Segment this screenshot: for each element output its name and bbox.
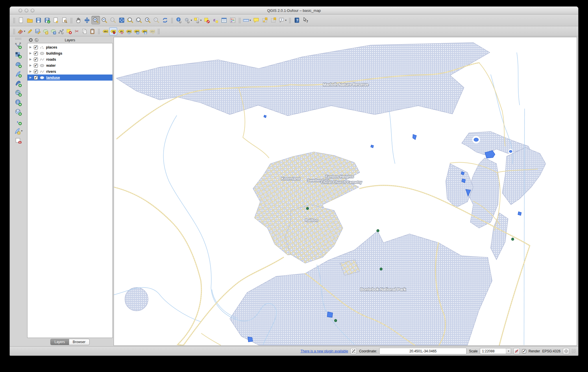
zoom-next[interactable] [152, 16, 161, 25]
layer-row-roads[interactable]: ▶✓roads [27, 56, 112, 62]
stop-render-button[interactable] [513, 348, 520, 354]
layer-row-water[interactable]: ▶✓water [27, 62, 112, 68]
render-checkbox[interactable]: ✓ [522, 349, 526, 353]
zoom-to-selection[interactable] [126, 16, 135, 25]
text-annotation[interactable]: T▼ [278, 16, 287, 25]
plugin-button[interactable] [350, 348, 357, 354]
layer-labeling-options[interactable]: abc [101, 27, 109, 35]
zoom-out[interactable] [100, 16, 109, 25]
minimize-button[interactable] [25, 9, 28, 12]
add-feature[interactable] [42, 27, 49, 35]
identify-features[interactable]: i [175, 16, 183, 25]
add-wfs-layer[interactable] [13, 107, 23, 117]
open-project[interactable] [25, 16, 34, 25]
map-canvas[interactable]: Marloth Nature ReserveKoornlandSwellenda… [114, 37, 577, 346]
zoom-actual-size[interactable]: 1:1 [109, 16, 117, 25]
paste-features[interactable] [88, 27, 96, 35]
layer-row-landuse[interactable]: ▶✓landuse [27, 75, 112, 81]
move-label[interactable]: abc [133, 27, 140, 35]
zoom-window-button[interactable] [31, 9, 34, 12]
add-wcs-layer[interactable] [13, 98, 23, 107]
new-plugin-link[interactable]: There is a new plugin available [300, 349, 348, 353]
layer-checkbox[interactable]: ✓ [34, 70, 38, 74]
pan-map[interactable] [74, 16, 83, 25]
expand-arrow-icon[interactable]: ▶ [29, 52, 32, 55]
new-spatialite-layer[interactable]: ▼ [13, 126, 23, 136]
node-tool[interactable] [57, 27, 65, 35]
expand-arrow-icon[interactable]: ▶ [29, 70, 32, 73]
layer-checkbox[interactable]: ✓ [34, 76, 38, 80]
change-label[interactable]: abc [148, 27, 156, 35]
add-delimited-text-layer[interactable]: , [13, 117, 23, 126]
delete-selected[interactable] [65, 27, 73, 35]
select-features[interactable]: ▼ [193, 16, 202, 25]
zoom-full-extent[interactable] [117, 16, 126, 25]
expand-arrow-icon[interactable]: ▶ [29, 58, 32, 61]
scale-combobox[interactable]: 1:22088 ▼ [480, 348, 511, 354]
whats-this[interactable]: ? [301, 16, 310, 25]
move-arrows-icon [84, 17, 90, 24]
new-project[interactable] [17, 16, 25, 25]
save-layer-edits[interactable] [34, 27, 42, 35]
run-feature-action[interactable]: ▼ [183, 16, 193, 25]
add-spatialite-layer[interactable] [13, 69, 23, 79]
expand-arrow-icon[interactable]: ▶ [29, 64, 32, 67]
chevron-down-icon[interactable]: ▼ [506, 348, 511, 354]
folder-icon [26, 17, 33, 24]
zoom-to-layer[interactable] [135, 16, 143, 25]
crs-status-button[interactable] [563, 348, 569, 354]
add-raster-layer[interactable] [13, 50, 23, 59]
layer-row-rivers[interactable]: ▶✓rivers [27, 68, 112, 75]
show-bookmarks[interactable] [269, 16, 278, 25]
add-wms-layer[interactable] [13, 88, 23, 98]
dock-tab-layers[interactable]: Layers [50, 339, 69, 345]
current-edits[interactable]: ▼ [17, 27, 26, 35]
pan-to-selection[interactable] [83, 16, 91, 25]
add-vector-layer[interactable] [13, 40, 23, 50]
dock-tab-browser[interactable]: Browser [69, 339, 90, 345]
show-hide-labels[interactable]: abc [125, 27, 133, 35]
dock-close-button[interactable] [29, 38, 33, 42]
new-print-composer[interactable] [51, 16, 60, 25]
layer-checkbox[interactable]: ✓ [34, 64, 38, 68]
close-icon [29, 38, 33, 42]
select-by-expression[interactable]: ε [211, 16, 220, 25]
save-project-as[interactable] [43, 16, 51, 25]
dock-float-button[interactable] [34, 38, 39, 42]
close-button[interactable] [19, 9, 22, 12]
copy-features[interactable] [81, 27, 88, 35]
measure-line[interactable]: ▼ [242, 16, 252, 25]
layer-checkbox[interactable]: ✓ [34, 45, 38, 49]
svg-text:?: ? [296, 18, 298, 22]
map-tips[interactable] [252, 16, 260, 25]
save-project[interactable] [34, 16, 43, 25]
add-postgis-layer[interactable] [13, 59, 23, 69]
layer-row-buildings[interactable]: ▶✓buildings [27, 50, 112, 56]
remove-layer[interactable] [13, 136, 23, 145]
help-contents[interactable]: ? [293, 16, 301, 25]
toggle-editing[interactable] [26, 27, 34, 35]
highlight-pinned-labels[interactable]: ab [117, 27, 125, 35]
cut-features[interactable]: ✂ [73, 27, 81, 35]
deselect-features[interactable] [202, 16, 211, 25]
expand-arrow-icon[interactable]: ▶ [29, 46, 32, 49]
layer-checkbox[interactable]: ✓ [34, 51, 38, 55]
svg-text:1:1: 1:1 [111, 19, 114, 21]
expand-arrow-icon[interactable]: ▶ [29, 76, 32, 79]
layer-row-places[interactable]: ▶✓places [27, 44, 112, 50]
rotate-label[interactable]: abc [140, 27, 148, 35]
open-attribute-table[interactable] [220, 16, 228, 25]
field-calculator[interactable] [228, 16, 237, 25]
composer-manager[interactable] [60, 16, 69, 25]
resize-grip[interactable] [572, 349, 576, 353]
coordinate-input[interactable] [379, 348, 467, 354]
zoom-last[interactable] [143, 16, 152, 25]
pin-unpin-labels[interactable]: ab [109, 27, 117, 35]
add-mssql-layer[interactable] [13, 79, 23, 88]
new-bookmark[interactable] [260, 16, 269, 25]
move-feature[interactable] [49, 27, 57, 35]
title-bar[interactable]: QGIS 2.0.1-Dufour – basic_map [10, 7, 578, 14]
refresh-map[interactable] [161, 16, 169, 25]
zoom-in[interactable] [91, 16, 100, 25]
layer-checkbox[interactable]: ✓ [34, 57, 38, 62]
